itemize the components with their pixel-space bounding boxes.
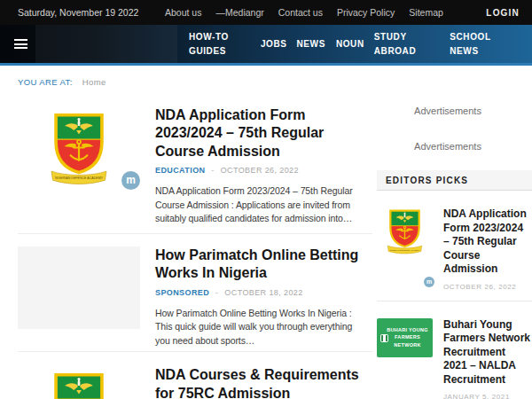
author-avatar[interactable]: m (121, 171, 140, 190)
article-thumbnail[interactable]: m (18, 106, 140, 189)
article-date: OCTOBER 18, 2022 (224, 288, 302, 297)
content: m NDA Application Form 2023/2024 – 75th … (0, 98, 532, 399)
article-thumbnail[interactable] (18, 246, 140, 329)
breadcrumb-prefix: YOU ARE AT: (18, 77, 73, 87)
topbar-link-mediangr[interactable]: —Mediangr (215, 7, 263, 18)
article-thumbnail[interactable] (18, 366, 140, 399)
topbar-link-privacy-policy[interactable]: Privacy Policy (337, 7, 395, 18)
article-title-link[interactable]: NDA Courses & Requirements for 75RC Admi… (155, 366, 372, 399)
site-logo[interactable] (35, 25, 177, 63)
article-excerpt: How Parimatch Online Betting Works In Ni… (155, 307, 372, 348)
category-link[interactable]: SPONSORED (155, 288, 209, 297)
pick-body: Buhari Young Farmers Network Recruitment… (443, 318, 530, 399)
nda-crest-logo (47, 370, 111, 399)
nda-crest-logo (47, 110, 111, 185)
nda-crest-logo (385, 207, 425, 254)
buhari-farmers-logo: BUHARI YOUNG FARMERS NETWORK (377, 318, 433, 357)
article-nda-application-form: m NDA Application Form 2023/2024 – 75th … (18, 98, 372, 233)
author-avatar[interactable]: m (424, 277, 434, 287)
article-date: OCTOBER 26, 2022 (221, 166, 299, 175)
editors-pick-nda-application: m NDA Application Form 2023/2024 – 75th … (377, 191, 532, 301)
topbar-date: Saturday, November 19 2022 (18, 7, 165, 18)
advertisements-label: Advertisements (377, 141, 519, 152)
topbar-link-about-us[interactable]: About us (165, 7, 201, 18)
buhari-logo-text: BUHARI YOUNG FARMERS NETWORK (381, 326, 428, 349)
article-meta: EDUCATION - OCTOBER 26, 2022 (155, 166, 372, 175)
meta-separator: - (211, 166, 214, 175)
category-link[interactable]: EDUCATION (155, 166, 205, 175)
advertisements-label: Advertisements (377, 106, 519, 116)
breadcrumb: YOU ARE AT: Home (0, 66, 532, 98)
pick-title-link[interactable]: Buhari Young Farmers Network Recruitment… (443, 318, 530, 387)
topbar-links: About us —Mediangr Contact us Privacy Po… (165, 7, 443, 18)
nav-item-noun[interactable]: NOUN (336, 37, 364, 51)
article-nda-courses: NDA Courses & Requirements for 75RC Admi… (18, 351, 372, 399)
topbar: Saturday, November 19 2022 About us —Med… (0, 0, 532, 25)
topbar-link-contact-us[interactable]: Contact us (278, 7, 323, 18)
pick-title-link[interactable]: NDA Application Form 2023/2024 – 75th Re… (443, 207, 527, 277)
pick-thumbnail[interactable]: BUHARI YOUNG FARMERS NETWORK (377, 318, 433, 399)
nav-item-news[interactable]: NEWS (297, 37, 325, 51)
hamburger-menu-icon[interactable] (14, 37, 27, 51)
pick-date: JANUARY 5, 2021 (443, 393, 530, 399)
nav-item-jobs[interactable]: JOBS (261, 37, 287, 51)
login-link[interactable]: LOGIN (486, 8, 520, 18)
article-list: m NDA Application Form 2023/2024 – 75th … (18, 98, 372, 399)
nav-item-school-news[interactable]: SCHOOL NEWS (450, 30, 490, 59)
pick-thumbnail[interactable]: m (377, 207, 433, 291)
article-body: How Parimatch Online Betting Works In Ni… (155, 246, 372, 348)
nav-item-study-abroad[interactable]: STUDY ABROAD (374, 30, 417, 59)
article-body: NDA Courses & Requirements for 75RC Admi… (155, 366, 372, 399)
article-title-link[interactable]: How Parimatch Online Betting Works In Ni… (155, 246, 372, 283)
nigeria-flag-icon (381, 335, 387, 341)
pick-body: NDA Application Form 2023/2024 – 75th Re… (443, 207, 527, 291)
sidebar: Advertisements Advertisements EDITORS PI… (377, 98, 532, 399)
meta-separator: - (215, 288, 218, 297)
article-title-link[interactable]: NDA Application Form 2023/2024 – 75th Re… (155, 106, 372, 160)
nav-menu: HOW-TO GUIDES JOBS NEWS NOUN STUDY ABROA… (189, 30, 491, 59)
pick-date: OCTOBER 26, 2022 (443, 283, 527, 291)
article-excerpt: NDA Application Form 2023/2024 – 75th Re… (155, 184, 372, 226)
topbar-link-sitemap[interactable]: Sitemap (409, 7, 443, 18)
breadcrumb-home-link[interactable]: Home (82, 77, 106, 87)
nav-item-how-to-guides[interactable]: HOW-TO GUIDES (189, 30, 229, 59)
editors-pick-buhari-farmers: BUHARI YOUNG FARMERS NETWORK Buhari Youn… (377, 301, 532, 399)
editors-picks-heading: EDITORS PICKS (377, 170, 532, 191)
article-body: NDA Application Form 2023/2024 – 75th Re… (155, 106, 372, 226)
main-navbar: HOW-TO GUIDES JOBS NEWS NOUN STUDY ABROA… (0, 25, 532, 66)
article-parimatch-betting: How Parimatch Online Betting Works In Ni… (18, 233, 372, 351)
article-meta: SPONSORED - OCTOBER 18, 2022 (155, 288, 372, 297)
